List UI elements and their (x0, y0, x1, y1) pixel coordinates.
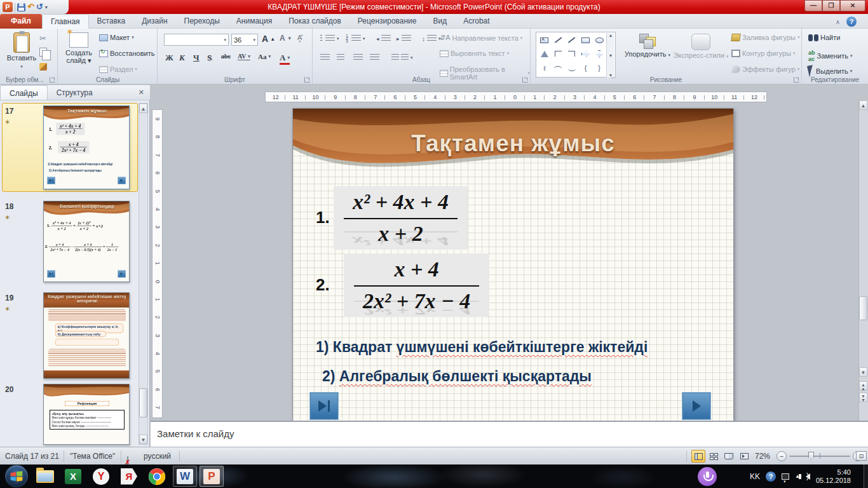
next-slide-button[interactable]: ▼▼ (859, 393, 867, 402)
panel-scroll-up-icon[interactable]: ▲ (139, 104, 147, 113)
taskbar-excel[interactable]: X (61, 466, 85, 487)
quick-styles-button[interactable]: Экспресс-стили ▾ (673, 34, 729, 60)
tray-help-icon[interactable]: ? (766, 471, 776, 482)
notes-pane[interactable]: Заметки к слайду (151, 421, 868, 447)
slide-item1-number[interactable]: 1. (316, 208, 330, 227)
slides-panel-scrollbar[interactable]: ▲ ▼ (139, 103, 148, 445)
tab-insert[interactable]: Вставка (89, 14, 134, 29)
close-button[interactable]: ✕ (840, 0, 865, 11)
tab-home[interactable]: Главная (42, 14, 89, 29)
justify-button[interactable] (370, 54, 379, 62)
shapes-scroll-down-icon[interactable]: ▼ (609, 53, 613, 58)
clear-formatting-button[interactable]: A͓̽ (297, 34, 302, 41)
increase-indent-button[interactable]: ▸ (397, 35, 411, 43)
elbow-connector-icon[interactable] (555, 51, 562, 57)
panel-scroll-down-icon[interactable]: ▼ (139, 435, 147, 444)
slide-thumbnail-19[interactable]: 19 ✶ Квадрат үшмүшені көбейткішке жіктеу… (0, 291, 141, 380)
align-left-button[interactable] (320, 54, 330, 62)
shape-effects-button[interactable]: Эффекты фигур▾ (731, 65, 799, 73)
decrease-indent-button[interactable]: ◂ (376, 35, 391, 43)
line-spacing-button[interactable]: ↕▾ (422, 35, 441, 43)
slide-thumbnail-17[interactable]: 17 ✶ Тақтамен жұмыс 1. x² + 4x + 4x + 2 (0, 104, 141, 193)
shapes-gallery[interactable]: A ℓ { } ▲ ▼ ▼̲ (536, 32, 616, 78)
align-right-button[interactable] (353, 54, 363, 62)
triangle-shape-icon[interactable] (541, 51, 548, 57)
zoom-slider-thumb[interactable] (808, 452, 814, 460)
tab-view[interactable]: Вид (425, 14, 456, 29)
animation-star-icon[interactable]: ✶ (4, 305, 10, 313)
notes-placeholder[interactable]: Заметки к слайду (157, 428, 234, 439)
right-brace-shape-icon[interactable]: } (598, 65, 600, 72)
scroll-down-icon[interactable]: ▼ (859, 367, 867, 377)
shape-outline-button[interactable]: Контур фигуры▾ (731, 50, 795, 57)
align-center-button[interactable] (337, 54, 344, 62)
microphone-icon[interactable] (698, 467, 717, 486)
textbox-shape-icon[interactable]: A (540, 37, 548, 43)
change-case-button[interactable]: Aa▾ (258, 53, 271, 60)
shapes-gallery-scrollbar[interactable]: ▲ ▼ ▼̲ (606, 33, 614, 78)
slide-canvas[interactable]: Тақтамен жұмыс 1. x² + 4x + 4x + 2 x² + … (292, 108, 734, 444)
arrange-button[interactable]: Упорядочить ▾ (623, 34, 672, 59)
slide-nav-button-right[interactable] (682, 392, 711, 420)
font-size-combo[interactable]: 36▾ (231, 34, 258, 46)
line-shape-icon[interactable] (555, 37, 562, 43)
main-scrollbar[interactable]: ▲ ▼ ▲▲ ▼▼ (858, 100, 868, 447)
select-button[interactable]: Выделить▾ (808, 65, 852, 77)
text-shadow-button[interactable]: S (207, 53, 212, 63)
font-color-button[interactable]: А▾ (280, 53, 290, 65)
copy-button[interactable]: ▾ (39, 48, 51, 57)
scroll-thumb[interactable] (859, 296, 867, 320)
collapse-ribbon-icon[interactable]: ∧ (836, 18, 840, 25)
tab-review[interactable]: Рецензирование (349, 14, 425, 29)
tab-design[interactable]: Дизайн (133, 14, 175, 29)
scribble-shape-icon[interactable]: ℓ (543, 65, 545, 72)
taskbar-explorer[interactable] (33, 466, 57, 487)
numbering-button[interactable]: 123▾ (346, 35, 365, 43)
panel-scroll-thumb[interactable] (139, 388, 147, 417)
taskbar-yandex-search[interactable]: Я (117, 466, 141, 487)
right-arrow-shape-icon[interactable] (581, 51, 590, 57)
slide-item2-number[interactable]: 2. (316, 275, 330, 295)
strikethrough-button[interactable]: abc (221, 53, 231, 60)
cut-button[interactable]: ✂ (39, 34, 46, 43)
tray-window-icon[interactable] (782, 473, 789, 480)
curve-shape-icon[interactable] (568, 66, 576, 71)
taskbar-chrome[interactable] (145, 466, 169, 487)
slide-thumbnail-20[interactable]: 20 Рефлекция «Қосу, алу, қызықты» Мен үш… (0, 383, 141, 447)
italic-button[interactable]: К (179, 53, 185, 63)
slideshow-button[interactable] (737, 450, 751, 463)
slide-formula2[interactable]: x + 42x² + 7x − 4 (344, 254, 489, 317)
taskbar-yandex-browser[interactable]: Y (89, 466, 113, 487)
tab-animations[interactable]: Анимация (228, 14, 280, 29)
down-arrow-shape-icon[interactable] (596, 50, 602, 58)
find-button[interactable]: Найти (808, 34, 840, 41)
tab-slideshow[interactable]: Показ слайдов (280, 14, 349, 29)
replace-button[interactable]: abacЗаменить▾ (808, 50, 852, 62)
new-slide-button[interactable]: Создать слайд ▾ (61, 32, 97, 64)
paste-button[interactable]: Вставить ▾ (5, 32, 38, 71)
clipboard-dialog-launcher[interactable] (50, 77, 55, 83)
customize-qat-icon[interactable]: ▾ (45, 4, 48, 10)
shrink-font-button[interactable]: A▼ (280, 34, 292, 43)
show-desktop-button[interactable] (864, 464, 868, 488)
rectangle-shape-icon[interactable] (581, 37, 590, 43)
restore-button[interactable]: ❐ (822, 0, 840, 11)
animation-star-icon[interactable]: ✶ (4, 118, 10, 126)
reading-view-button[interactable] (722, 450, 736, 463)
paragraph-dialog-launcher[interactable] (522, 77, 528, 83)
help-icon[interactable]: ? (846, 17, 857, 27)
undo-icon[interactable]: ↶ (27, 0, 34, 14)
normal-view-button[interactable] (691, 450, 705, 463)
save-icon[interactable] (17, 3, 25, 11)
previous-slide-button[interactable]: ▲▲ (859, 381, 867, 391)
grow-font-button[interactable]: A▲ (262, 34, 275, 44)
theme-name[interactable]: "Тема Office" (70, 447, 115, 465)
tab-slides-thumbnails[interactable]: Слайды (0, 85, 48, 100)
section-button[interactable]: Раздел▾ (99, 65, 137, 73)
taskbar-powerpoint[interactable]: P (200, 466, 224, 487)
slide-line1[interactable]: 1) Квадрат үшмүшені көбейткіштерге жікте… (316, 339, 648, 356)
minimize-button[interactable]: — (804, 0, 822, 11)
slide-nav-button-left[interactable] (309, 392, 339, 420)
slide-sorter-button[interactable] (707, 450, 721, 463)
text-direction-button[interactable]: ⇵AНаправление текста▾ (440, 34, 522, 42)
